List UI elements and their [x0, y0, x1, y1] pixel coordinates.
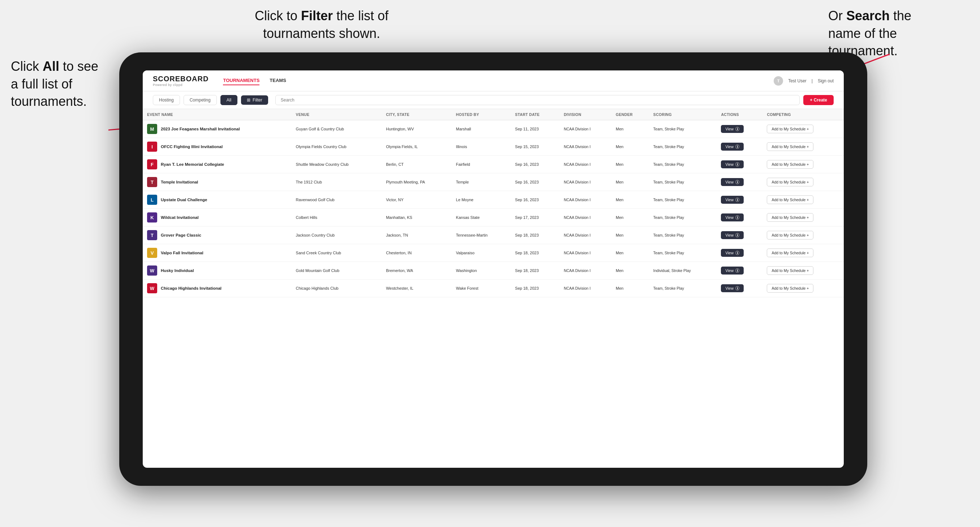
cell-division: NCAA Division I	[559, 262, 611, 279]
col-division: DIVISION	[559, 109, 611, 120]
filter-btn-label: Filter	[253, 97, 262, 103]
cell-start-date: Sep 11, 2023	[511, 120, 559, 138]
view-button[interactable]: View ℹ	[721, 284, 744, 292]
add-to-schedule-button[interactable]: Add to My Schedule +	[767, 178, 813, 186]
view-button[interactable]: View ℹ	[721, 160, 744, 168]
add-to-schedule-button[interactable]: Add to My Schedule +	[767, 142, 813, 151]
event-name: 2023 Joe Feaganes Marshall Invitational	[161, 127, 240, 131]
cell-venue: Guyan Golf & Country Club	[292, 120, 382, 138]
create-button[interactable]: + Create	[803, 95, 834, 105]
event-name: Upstate Dual Challenge	[161, 198, 207, 202]
event-name: Husky Individual	[161, 268, 194, 273]
cell-actions: View ℹ	[717, 209, 762, 227]
filter-tab-competing[interactable]: Competing	[184, 95, 217, 105]
nav-link-tournaments[interactable]: TOURNAMENTS	[223, 76, 259, 85]
cell-competing: Add to My Schedule +	[762, 209, 844, 227]
cell-scoring: Team, Stroke Play	[649, 173, 717, 191]
cell-venue: Sand Creek Country Club	[292, 244, 382, 262]
cell-event-name: V Valpo Fall Invitational	[143, 244, 292, 262]
cell-division: NCAA Division I	[559, 227, 611, 244]
cell-competing: Add to My Schedule +	[762, 279, 844, 297]
add-to-schedule-button[interactable]: Add to My Schedule +	[767, 249, 813, 257]
filter-button[interactable]: ⊞ Filter	[241, 95, 268, 105]
tournaments-table: EVENT NAME VENUE CITY, STATE HOSTED BY S…	[143, 109, 844, 297]
col-start-date: START DATE	[511, 109, 559, 120]
cell-gender: Men	[611, 262, 649, 279]
cell-scoring: Team, Stroke Play	[649, 227, 717, 244]
cell-actions: View ℹ	[717, 279, 762, 297]
add-to-schedule-button[interactable]: Add to My Schedule +	[767, 160, 813, 169]
nav-bar: SCOREBOARD Powered by clippd TOURNAMENTS…	[143, 70, 844, 91]
view-button[interactable]: View ℹ	[721, 249, 744, 257]
col-scoring: SCORING	[649, 109, 717, 120]
cell-hosted-by: Valparaiso	[452, 244, 511, 262]
table-row: K Wildcat Invitational Colbert Hills Man…	[143, 209, 844, 227]
cell-city-state: Huntington, WV	[382, 120, 452, 138]
cell-division: NCAA Division I	[559, 279, 611, 297]
view-button[interactable]: View ℹ	[721, 213, 744, 221]
add-to-schedule-button[interactable]: Add to My Schedule +	[767, 125, 813, 133]
cell-division: NCAA Division I	[559, 120, 611, 138]
cell-hosted-by: Temple	[452, 173, 511, 191]
tournaments-table-container: EVENT NAME VENUE CITY, STATE HOSTED BY S…	[143, 109, 844, 468]
event-name: Valpo Fall Invitational	[161, 251, 204, 255]
add-to-schedule-button[interactable]: Add to My Schedule +	[767, 284, 813, 292]
cell-hosted-by: Fairfield	[452, 156, 511, 173]
add-to-schedule-button[interactable]: Add to My Schedule +	[767, 195, 813, 204]
view-button[interactable]: View ℹ	[721, 125, 744, 133]
cell-city-state: Westchester, IL	[382, 279, 452, 297]
cell-gender: Men	[611, 244, 649, 262]
cell-hosted-by: Wake Forest	[452, 279, 511, 297]
annotation-all: Click All to seea full list oftournament…	[11, 58, 126, 111]
nav-right: T Test User | Sign out	[774, 76, 834, 86]
cell-gender: Men	[611, 138, 649, 156]
cell-event-name: W Chicago Highlands Invitational	[143, 279, 292, 297]
cell-venue: Shuttle Meadow Country Club	[292, 156, 382, 173]
event-name: Chicago Highlands Invitational	[161, 286, 221, 290]
add-to-schedule-button[interactable]: Add to My Schedule +	[767, 213, 813, 222]
add-to-schedule-button[interactable]: Add to My Schedule +	[767, 231, 813, 240]
cell-venue: Gold Mountain Golf Club	[292, 262, 382, 279]
cell-division: NCAA Division I	[559, 191, 611, 209]
cell-actions: View ℹ	[717, 227, 762, 244]
cell-competing: Add to My Schedule +	[762, 138, 844, 156]
annotation-search: Or Search thename of thetournament.	[828, 7, 966, 60]
view-button[interactable]: View ℹ	[721, 178, 744, 186]
info-icon: ℹ	[735, 162, 739, 167]
cell-gender: Men	[611, 120, 649, 138]
cell-venue: Chicago Highlands Club	[292, 279, 382, 297]
search-input[interactable]	[275, 95, 800, 105]
table-row: I OFCC Fighting Illini Invitational Olym…	[143, 138, 844, 156]
filter-tab-all[interactable]: All	[220, 95, 237, 105]
filter-tab-hosting[interactable]: Hosting	[153, 95, 180, 105]
cell-city-state: Berlin, CT	[382, 156, 452, 173]
view-button[interactable]: View ℹ	[721, 267, 744, 275]
cell-actions: View ℹ	[717, 244, 762, 262]
cell-city-state: Olympia Fields, IL	[382, 138, 452, 156]
cell-gender: Men	[611, 227, 649, 244]
add-to-schedule-button[interactable]: Add to My Schedule +	[767, 266, 813, 275]
cell-competing: Add to My Schedule +	[762, 191, 844, 209]
cell-scoring: Team, Stroke Play	[649, 244, 717, 262]
col-actions: ACTIONS	[717, 109, 762, 120]
team-logo: V	[147, 248, 157, 258]
cell-scoring: Team, Stroke Play	[649, 156, 717, 173]
view-button[interactable]: View ℹ	[721, 196, 744, 204]
cell-hosted-by: Le Moyne	[452, 191, 511, 209]
cell-scoring: Team, Stroke Play	[649, 120, 717, 138]
cell-start-date: Sep 18, 2023	[511, 279, 559, 297]
cell-scoring: Team, Stroke Play	[649, 191, 717, 209]
table-body: M 2023 Joe Feaganes Marshall Invitationa…	[143, 120, 844, 297]
view-button[interactable]: View ℹ	[721, 143, 744, 151]
info-icon: ℹ	[735, 251, 739, 255]
cell-hosted-by: Illinois	[452, 138, 511, 156]
cell-event-name: I OFCC Fighting Illini Invitational	[143, 138, 292, 156]
view-button[interactable]: View ℹ	[721, 231, 744, 239]
nav-signout[interactable]: Sign out	[818, 78, 834, 83]
table-row: W Husky Individual Gold Mountain Golf Cl…	[143, 262, 844, 279]
nav-link-teams[interactable]: TEAMS	[270, 76, 286, 85]
cell-start-date: Sep 16, 2023	[511, 191, 559, 209]
cell-actions: View ℹ	[717, 120, 762, 138]
table-row: T Temple Invitational The 1912 Club Plym…	[143, 173, 844, 191]
logo-area: SCOREBOARD Powered by clippd	[153, 75, 208, 87]
